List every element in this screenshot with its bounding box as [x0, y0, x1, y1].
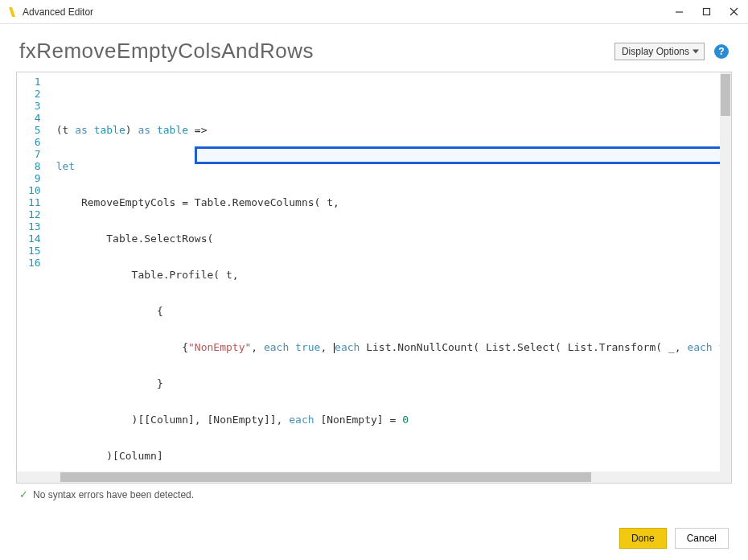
line-number: 11	[28, 196, 41, 208]
code-editor[interactable]: 12345678910111213141516 (t as table) as …	[16, 72, 732, 484]
line-number: 15	[28, 245, 41, 257]
horizontal-scrollbar[interactable]	[17, 471, 720, 483]
cancel-button[interactable]: Cancel	[675, 528, 729, 549]
status-bar: ✓ No syntax errors have been detected.	[0, 484, 748, 500]
code-content[interactable]: (t as table) as table => let RemoveEmpty…	[47, 72, 731, 471]
power-query-logo-icon	[6, 6, 18, 18]
line-number: 6	[28, 136, 41, 148]
line-number: 2	[28, 88, 41, 100]
vertical-scrollbar[interactable]	[720, 72, 731, 483]
line-number: 8	[28, 160, 41, 172]
help-icon[interactable]: ?	[714, 44, 729, 59]
line-number: 9	[28, 172, 41, 184]
line-number: 5	[28, 124, 41, 136]
close-icon[interactable]	[729, 7, 738, 17]
line-number: 14	[28, 233, 41, 245]
line-number: 13	[28, 220, 41, 233]
check-icon: ✓	[19, 488, 28, 500]
minimize-icon[interactable]	[674, 7, 684, 17]
line-number: 10	[28, 184, 41, 196]
horizontal-scrollbar-thumb[interactable]	[60, 472, 591, 482]
line-number: 7	[28, 148, 41, 160]
line-number: 1	[28, 76, 41, 88]
line-number-gutter: 12345678910111213141516	[17, 72, 47, 471]
line-number: 16	[28, 257, 41, 269]
title-bar: Advanced Editor	[0, 0, 748, 24]
done-button[interactable]: Done	[619, 528, 667, 549]
line-number: 3	[28, 100, 41, 112]
window-title: Advanced Editor	[23, 6, 674, 18]
dialog-buttons: Done Cancel	[619, 528, 729, 549]
line-number: 4	[28, 112, 41, 124]
display-options-dropdown[interactable]: Display Options	[614, 43, 705, 60]
status-message: No syntax errors have been detected.	[33, 489, 194, 500]
window-controls	[674, 7, 738, 17]
header: fxRemoveEmptyColsAndRows Display Options…	[0, 24, 748, 72]
function-name: fxRemoveEmptyColsAndRows	[19, 39, 614, 64]
svg-marker-0	[9, 7, 15, 17]
maximize-icon[interactable]	[701, 7, 711, 17]
display-options-label: Display Options	[622, 46, 689, 57]
vertical-scrollbar-thumb[interactable]	[721, 74, 730, 116]
line-number: 12	[28, 208, 41, 220]
svg-rect-2	[703, 9, 709, 15]
